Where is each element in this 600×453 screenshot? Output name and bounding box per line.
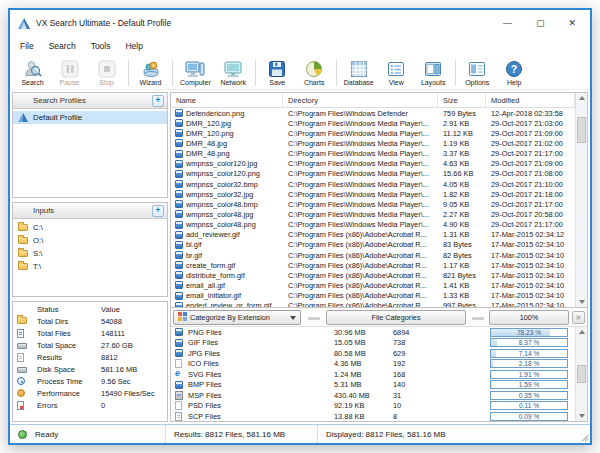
- toolbar-network-button[interactable]: Network: [215, 57, 252, 89]
- splitter-handle[interactable]: [308, 317, 320, 320]
- category-name: PSD Files: [188, 401, 221, 410]
- file-name: DMR_120.png: [186, 129, 234, 138]
- file-row[interactable]: create_form.gif C:\Program Files (x86)\A…: [171, 260, 575, 270]
- file-row[interactable]: wmpnss_color32.jpg C:\Program Files\Wind…: [171, 189, 575, 199]
- status-value: 27.60 GB: [101, 341, 133, 350]
- file-name: DMR_48.png: [186, 149, 230, 158]
- toolbar-wizard-button[interactable]: Wizard: [132, 57, 169, 89]
- file-row[interactable]: DMR_120.jpg C:\Program Files\Windows Med…: [171, 118, 575, 128]
- column-name[interactable]: Name: [171, 93, 283, 107]
- charts-icon: [305, 60, 323, 78]
- category-row[interactable]: MSP Files 430.40 MB 31 0.35 %: [171, 390, 575, 401]
- input-item[interactable]: T:\: [13, 260, 167, 273]
- category-rows: PNG Files 30.96 MB 6894 78.23 % GIF File…: [171, 327, 575, 421]
- file-row[interactable]: br.gif C:\Program Files (x86)\Adobe\Acro…: [171, 250, 575, 260]
- close-button[interactable]: ✕: [568, 19, 576, 28]
- toolbar-stop-button[interactable]: Stop: [88, 57, 125, 89]
- profile-item[interactable]: Default Profile: [13, 111, 167, 124]
- file-row[interactable]: ended_review_or_form.gif C:\Program File…: [171, 301, 575, 307]
- resize-grip[interactable]: [582, 435, 588, 441]
- splitter-handle[interactable]: [472, 317, 484, 320]
- minimize-button[interactable]: —: [503, 19, 512, 28]
- toolbar-view-button[interactable]: View: [378, 57, 415, 89]
- scrollbar-thumb[interactable]: [577, 117, 586, 143]
- category-row[interactable]: ICO Files 4.36 MB 192 2.18 %: [171, 359, 575, 370]
- file-row[interactable]: Defendericon.png C:\Program Files\Window…: [171, 108, 575, 118]
- category-row[interactable]: JPG Files 80.58 MB 629 7.14 %: [171, 348, 575, 359]
- menu-search[interactable]: Search: [49, 41, 76, 51]
- category-count: 8: [393, 412, 397, 421]
- toolbar-pause-button[interactable]: Pause: [51, 57, 88, 89]
- file-row[interactable]: wmpnss_color120.jpg C:\Program Files\Win…: [171, 159, 575, 169]
- menu-help[interactable]: Help: [125, 41, 142, 51]
- title-bar: VX Search Ultimate - Default Profile — ▢…: [10, 10, 590, 36]
- category-size: 430.40 MB: [334, 391, 370, 400]
- scrollbar-thumb[interactable]: [577, 365, 586, 383]
- category-file-icon: [175, 391, 183, 400]
- database-icon: [350, 60, 368, 78]
- file-modified: 29-Oct-2017 21:10:00: [486, 180, 575, 189]
- folder-icon: [18, 250, 28, 257]
- percent-label: 0.11 %: [491, 402, 567, 409]
- file-row[interactable]: wmpnss_color32.bmp C:\Program Files\Wind…: [171, 179, 575, 189]
- categorize-dropdown[interactable]: Categorize By Extension: [173, 310, 301, 325]
- category-row[interactable]: SVG Files 1.24 MB 168 1.91 %: [171, 369, 575, 380]
- toolbar-save-button[interactable]: Save: [259, 57, 296, 89]
- file-list-scrollbar[interactable]: [575, 93, 587, 307]
- file-row[interactable]: bl.gif C:\Program Files (x86)\Adobe\Acro…: [171, 240, 575, 250]
- close-panel-icon[interactable]: ✕: [572, 311, 585, 324]
- scroll-up-icon[interactable]: [576, 327, 587, 337]
- file-row[interactable]: email_initiator.gif C:\Program Files (x8…: [171, 291, 575, 301]
- results-summary: Results: 8812 Files, 581.16 MB: [174, 430, 285, 439]
- file-row[interactable]: wmpnss_color120.png C:\Program Files\Win…: [171, 169, 575, 179]
- categories-scrollbar[interactable]: [575, 327, 587, 421]
- file-row[interactable]: distribute_form.gif C:\Program Files (x8…: [171, 270, 575, 280]
- input-item[interactable]: O:\: [13, 234, 167, 247]
- file-row[interactable]: wmpnss_color48.png C:\Program Files\Wind…: [171, 220, 575, 230]
- status-value: 9.56 Sec: [101, 377, 131, 386]
- zoom-level-button[interactable]: 100%: [489, 310, 569, 325]
- category-row[interactable]: SCP Files 13.88 KB 8 0.09 %: [171, 411, 575, 421]
- percent-bar: 78.23 %: [490, 328, 568, 337]
- file-row[interactable]: email_all.gif C:\Program Files (x86)\Ado…: [171, 280, 575, 290]
- category-size: 30.96 MB: [334, 328, 366, 337]
- file-row[interactable]: DMR_120.png C:\Program Files\Windows Med…: [171, 128, 575, 138]
- menu-tools[interactable]: Tools: [91, 41, 111, 51]
- add-input-button[interactable]: +: [152, 205, 164, 217]
- file-row[interactable]: wmpnss_color48.jpg C:\Program Files\Wind…: [171, 209, 575, 219]
- input-item[interactable]: S:\: [13, 247, 167, 260]
- menu-file[interactable]: File: [20, 41, 34, 51]
- category-row[interactable]: PSD Files 92.19 KB 10 0.11 %: [171, 401, 575, 412]
- file-row[interactable]: DMR_48.png C:\Program Files\Windows Medi…: [171, 149, 575, 159]
- file-row[interactable]: add_reviewer.gif C:\Program Files (x86)\…: [171, 230, 575, 240]
- column-modified[interactable]: Modified: [486, 93, 575, 107]
- file-modified: 17-Mar-2015 02:34:10: [486, 301, 575, 307]
- category-row[interactable]: PNG Files 30.96 MB 6894 78.23 %: [171, 327, 575, 338]
- toolbar-options-button[interactable]: Options: [459, 57, 496, 89]
- column-size[interactable]: Size: [438, 93, 486, 107]
- window-title: VX Search Ultimate - Default Profile: [36, 18, 503, 28]
- toolbar-database-button[interactable]: Database: [340, 57, 378, 89]
- category-row[interactable]: BMP Files 5.31 MB 140 1.59 %: [171, 380, 575, 391]
- options-icon: [468, 60, 486, 78]
- category-row[interactable]: GIF Files 15.05 MB 738 8.37 %: [171, 338, 575, 349]
- toolbar-layouts-button[interactable]: Layouts: [415, 57, 452, 89]
- toolbar-search-button[interactable]: Search: [14, 57, 51, 89]
- toolbar-help-button[interactable]: ? Help: [496, 57, 533, 89]
- pause-icon: [61, 60, 79, 78]
- file-name: wmpnss_color120.png: [186, 169, 260, 178]
- column-directory[interactable]: Directory: [283, 93, 438, 107]
- scroll-down-icon[interactable]: [576, 411, 587, 421]
- input-item[interactable]: C:\: [13, 221, 167, 234]
- file-row[interactable]: wmpnss_color48.bmp C:\Program Files\Wind…: [171, 199, 575, 209]
- maximize-button[interactable]: ▢: [536, 19, 545, 28]
- image-file-icon: [175, 221, 183, 229]
- toolbar-charts-button[interactable]: Charts: [296, 57, 333, 89]
- file-row[interactable]: DMR_48.jpg C:\Program Files\Windows Medi…: [171, 138, 575, 148]
- scroll-down-icon[interactable]: [576, 297, 587, 307]
- scroll-up-icon[interactable]: [576, 93, 587, 103]
- add-profile-button[interactable]: +: [152, 95, 164, 107]
- toolbar-computer-button[interactable]: Computer: [176, 57, 215, 89]
- category-file-icon: [175, 381, 183, 389]
- file-categories-button[interactable]: File Categories: [326, 310, 466, 325]
